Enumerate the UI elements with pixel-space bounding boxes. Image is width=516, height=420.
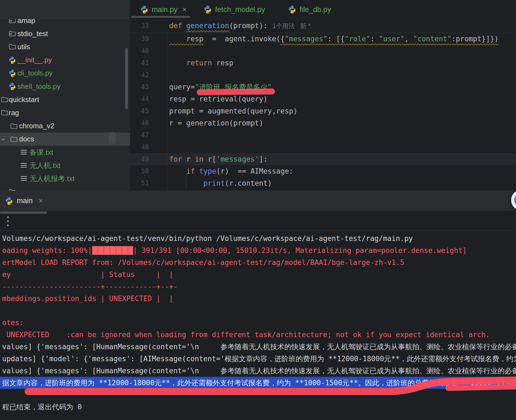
tree-item-amap[interactable]: amap: [0, 19, 130, 27]
python-icon: [8, 56, 16, 64]
tree-item-cli_tools.py[interactable]: cli_tools.py: [0, 67, 130, 80]
run-tab-main[interactable]: main ×: [5, 191, 43, 211]
usage-inlay-hint[interactable]: 1个用法 新 *: [272, 22, 310, 30]
close-icon[interactable]: ×: [182, 5, 187, 14]
tree-item-shell_tools.py[interactable]: shell_tools.py: [0, 80, 130, 93]
tree-item-label: shell_tools.py: [17, 82, 61, 91]
project-tree: amap stdio_test utils __init__.py cli_to…: [0, 19, 130, 191]
close-icon[interactable]: ×: [39, 197, 43, 205]
code-text: for r in r['messages']:: [169, 153, 268, 165]
console-line: updates] {'model': {'messages': [AIMessa…: [0, 353, 516, 365]
tab-label: file_db.py: [300, 5, 331, 14]
console-line-selected: 据文章内容，进阶班的费用为 **12000-18000元**，此外还需额外支付考…: [0, 377, 516, 389]
code-line-33[interactable]: 33 def generation(prompt):1个用法 新 *: [130, 19, 516, 31]
tab-label: fetch_model.py: [215, 5, 265, 14]
kebab-menu-icon[interactable]: [7, 216, 9, 218]
code-line-50[interactable]: 50 if type(r) == AIMessage:: [130, 165, 516, 177]
tree-item-rag[interactable]: rag: [0, 106, 130, 119]
console-line: otes:: [0, 317, 516, 329]
code-line-49[interactable]: 49 for r in r['messages']:: [130, 153, 516, 165]
run-panel: main × Volumes/c/workspace/ai-agent-test…: [0, 191, 516, 420]
tree-item-label: 无人机.txt: [30, 161, 60, 170]
folder-icon: [1, 95, 9, 104]
tree-item-quickstart[interactable]: quickstart: [0, 93, 130, 106]
code-line-46[interactable]: 46 r = generation(prompt): [130, 117, 516, 129]
sticky-line[interactable]: 33 def generation(prompt):1个用法 新 *: [130, 19, 516, 33]
run-tab-label: main: [17, 197, 33, 205]
console-line: ey | Status | |: [0, 269, 516, 281]
folder-icon: [8, 43, 16, 51]
console-line: values] {'messages': [HumanMessage(conte…: [0, 341, 516, 353]
code-text: query="进阶班 报名费是多少": [169, 81, 272, 93]
code-text: return resp: [169, 57, 233, 69]
tree-item-无人机.txt[interactable]: 无人机.txt: [0, 159, 130, 172]
python-icon: [8, 82, 16, 91]
tree-resize-grip[interactable]: [109, 132, 116, 144]
line-number: 43: [130, 81, 149, 93]
line-number: 39: [130, 33, 149, 45]
tree-item-label: utils: [17, 43, 30, 51]
python-icon: [203, 5, 212, 14]
tree-item-chroma_v2[interactable]: chroma_v2: [0, 119, 130, 133]
python-icon: [5, 197, 13, 205]
line-number: 41: [130, 57, 149, 69]
line-number: 51: [130, 177, 149, 189]
line-number: 48: [130, 141, 149, 153]
console-top-border: [0, 231, 516, 231]
console-line: values] {'messages': [HumanMessage(conte…: [0, 365, 516, 377]
package-folder-icon: [8, 30, 16, 38]
tree-item-无人机报考.txt[interactable]: 无人机报考.txt: [0, 172, 130, 185]
tree-item-label: stdio_test: [17, 30, 48, 38]
kebab-menu-icon[interactable]: [7, 224, 9, 226]
code-line-42[interactable]: 42: [130, 69, 516, 81]
code-text: r = generation(prompt): [169, 117, 263, 129]
editor-tab-fetch_model.py[interactable]: fetch_model.py: [203, 0, 265, 19]
code-text: resp = agent.invoke({"messages": [{"role…: [169, 33, 499, 45]
code-line-51[interactable]: 51 print(r.content): [130, 177, 516, 189]
tree-item-partial[interactable]: [0, 185, 130, 191]
code-line-40[interactable]: 40: [130, 45, 516, 57]
python-icon: [288, 5, 297, 14]
tree-item-stdio_test[interactable]: stdio_test: [0, 27, 130, 40]
kebab-menu-icon[interactable]: [7, 220, 9, 222]
tree-item-label: rag: [9, 109, 19, 117]
text-file-icon: [20, 161, 28, 170]
tree-item-label: quickstart: [9, 95, 39, 104]
code-line-43[interactable]: 43 query="进阶班 报名费是多少": [130, 81, 516, 93]
tree-item-label: 无人机报考.txt: [30, 174, 75, 183]
ide-window: main.py× fetch_model.py file_db.py amap …: [0, 0, 516, 420]
line-number: 50: [130, 165, 149, 177]
tree-item-__init__.py[interactable]: __init__.py: [0, 54, 130, 67]
folder-icon: [8, 188, 16, 191]
code-line-44[interactable]: 44 resp = retrieval(query): [130, 93, 516, 105]
console-hscrollbar-thumb[interactable]: [0, 211, 47, 214]
line-number: 45: [130, 105, 149, 117]
code-line-41[interactable]: 41 return resp: [130, 57, 516, 69]
code-text: resp = retrieval(query): [169, 93, 268, 105]
tree-item-备课.txt[interactable]: 备课.txt: [0, 146, 130, 159]
run-tab-bar: main ×: [0, 191, 516, 211]
tab-scrollbar-thumb[interactable]: [131, 16, 190, 18]
code-line-47[interactable]: 47: [130, 129, 516, 141]
console-line: oading weights: 100%|| 391/391 [00:00<00…: [0, 244, 516, 256]
tree-item-label: __init__.py: [17, 56, 52, 64]
editor-tab-file_db.py[interactable]: file_db.py: [288, 0, 331, 19]
code-line-39[interactable]: 39 resp = agent.invoke({"messages": [{"r…: [130, 33, 516, 45]
line-number: 47: [130, 129, 149, 141]
tree-item-label: amap: [17, 19, 35, 25]
console-line: [0, 389, 516, 401]
python-icon: [140, 5, 149, 14]
code-line-48[interactable]: 48: [130, 141, 516, 153]
tree-item-utils[interactable]: utils: [0, 40, 130, 53]
chevron-down-icon: [1, 137, 6, 142]
code-text: prompt = augmented(query,resp): [169, 105, 298, 117]
line-number: 46: [130, 117, 149, 129]
tree-item-label: cli_tools.py: [17, 69, 53, 77]
tree-scrollbar-thumb[interactable]: [125, 48, 128, 109]
code-editor[interactable]: 39 resp = agent.invoke({"messages": [{"r…: [130, 19, 516, 191]
python-icon: [5, 197, 13, 205]
console-line: [0, 305, 516, 317]
text-file-icon: [20, 148, 28, 156]
code-line-45[interactable]: 45 prompt = augmented(query,resp): [130, 105, 516, 117]
folder-icon: [1, 109, 9, 117]
